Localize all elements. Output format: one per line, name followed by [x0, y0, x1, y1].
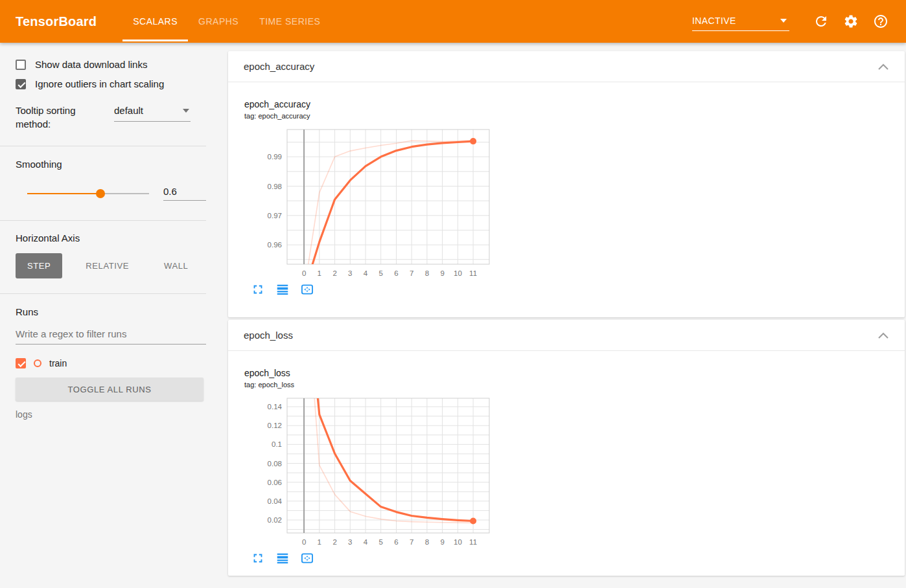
svg-text:9: 9: [440, 269, 444, 277]
refresh-icon[interactable]: [813, 14, 829, 29]
svg-text:0.06: 0.06: [268, 479, 282, 486]
svg-text:8: 8: [425, 269, 429, 277]
chevron-down-icon: [183, 109, 189, 113]
chevron-up-icon[interactable]: [877, 63, 889, 71]
run-train-checkbox[interactable]: [16, 358, 26, 368]
axis-step-button[interactable]: STEP: [16, 253, 62, 278]
smoothing-label: Smoothing: [16, 159, 191, 170]
app-bar: TensorBoard SCALARS GRAPHS TIME SERIES I…: [0, 0, 906, 43]
card-epoch-loss-header[interactable]: epoch_loss: [228, 320, 905, 351]
show-download-links-checkbox[interactable]: [16, 60, 26, 70]
show-download-links-label: Show data download links: [35, 59, 147, 70]
tooltip-sorting-label: Tooltip sorting method:: [16, 104, 113, 131]
svg-text:6: 6: [394, 538, 398, 546]
svg-text:4: 4: [364, 538, 368, 546]
svg-text:7: 7: [410, 269, 413, 277]
runs-label: Runs: [16, 306, 191, 317]
card-title: epoch_loss: [244, 330, 293, 341]
chart-title: epoch_accuracy: [244, 99, 905, 109]
expand-chart-icon[interactable]: [251, 551, 265, 565]
run-row-train: train: [16, 358, 191, 368]
svg-text:0: 0: [302, 269, 306, 277]
axis-wall-button[interactable]: WALL: [152, 253, 200, 278]
chart-tag: tag: epoch_accuracy: [244, 112, 905, 120]
tab-scalars[interactable]: SCALARS: [122, 0, 188, 43]
runs-directory-label: logs: [16, 409, 191, 420]
scalar-chart-epoch-loss[interactable]: 0.020.040.060.080.10.120.140123456789101…: [244, 394, 498, 549]
svg-text:5: 5: [378, 538, 382, 546]
app-logo: TensorBoard: [16, 14, 97, 29]
svg-text:0.96: 0.96: [268, 241, 282, 249]
dashboard-content: epoch_accuracy epoch_accuracy tag: epoch…: [228, 51, 905, 578]
svg-text:0.97: 0.97: [268, 212, 282, 220]
svg-text:8: 8: [425, 538, 429, 546]
reload-status-dropdown[interactable]: INACTIVE: [692, 16, 789, 31]
fit-domain-icon[interactable]: [300, 282, 314, 297]
svg-text:7: 7: [410, 538, 413, 546]
smoothing-slider[interactable]: [27, 193, 149, 194]
horizontal-axis-label: Horizontal Axis: [16, 232, 191, 243]
svg-text:0.12: 0.12: [268, 422, 282, 429]
log-scale-icon[interactable]: [275, 551, 290, 565]
log-scale-icon[interactable]: [275, 282, 290, 297]
settings-sidebar: Show data download links Ignore outliers…: [0, 43, 206, 588]
svg-text:0: 0: [302, 538, 306, 546]
chevron-up-icon[interactable]: [877, 332, 889, 339]
help-icon[interactable]: [873, 14, 889, 29]
settings-gear-icon[interactable]: [843, 14, 859, 29]
ignore-outliers-label: Ignore outliers in chart scaling: [35, 78, 164, 89]
show-download-links-row: Show data download links: [16, 59, 191, 70]
svg-text:0.04: 0.04: [268, 497, 283, 505]
fit-domain-icon[interactable]: [300, 551, 314, 565]
svg-text:1: 1: [318, 538, 321, 546]
axis-relative-button[interactable]: RELATIVE: [74, 253, 141, 278]
svg-text:2: 2: [332, 538, 336, 546]
run-color-ring-icon[interactable]: [34, 359, 41, 367]
tooltip-sorting-dropdown[interactable]: default: [114, 105, 191, 122]
card-epoch-accuracy-header[interactable]: epoch_accuracy: [228, 51, 905, 82]
svg-text:0.98: 0.98: [268, 183, 282, 190]
svg-text:6: 6: [394, 269, 398, 277]
tab-bar: SCALARS GRAPHS TIME SERIES: [122, 0, 331, 43]
svg-text:9: 9: [440, 538, 444, 546]
chart-title: epoch_loss: [244, 368, 905, 378]
svg-text:11: 11: [469, 269, 477, 277]
chevron-down-icon: [780, 19, 787, 23]
svg-text:0.08: 0.08: [268, 460, 282, 468]
svg-text:0.99: 0.99: [268, 153, 282, 161]
svg-text:4: 4: [364, 269, 368, 277]
expand-chart-icon[interactable]: [251, 282, 265, 297]
chart-toolbar: [251, 282, 905, 297]
svg-text:1: 1: [318, 269, 321, 277]
runs-filter-input[interactable]: [16, 328, 206, 345]
smoothing-slider-fill: [27, 193, 100, 194]
svg-text:3: 3: [348, 269, 352, 277]
tab-time-series[interactable]: TIME SERIES: [249, 0, 331, 43]
card-epoch-loss: epoch_loss epoch_loss tag: epoch_loss 0.…: [228, 320, 905, 576]
svg-text:10: 10: [454, 538, 462, 546]
smoothing-slider-thumb[interactable]: [96, 189, 105, 198]
svg-text:11: 11: [469, 538, 477, 546]
reload-status-value: INACTIVE: [692, 16, 736, 26]
chart-toolbar: [251, 551, 905, 565]
svg-text:5: 5: [378, 269, 382, 277]
ignore-outliers-checkbox[interactable]: [16, 79, 26, 89]
svg-text:2: 2: [332, 269, 336, 277]
svg-text:0.14: 0.14: [268, 403, 283, 411]
svg-text:3: 3: [348, 538, 352, 546]
ignore-outliers-row: Ignore outliers in chart scaling: [16, 78, 191, 89]
tooltip-sorting-value: default: [114, 105, 143, 116]
chart-tag: tag: epoch_loss: [244, 381, 905, 389]
svg-text:0.1: 0.1: [272, 440, 282, 448]
svg-text:0.02: 0.02: [268, 516, 282, 524]
toggle-all-runs-button[interactable]: TOGGLE ALL RUNS: [16, 378, 203, 401]
tab-graphs[interactable]: GRAPHS: [188, 0, 249, 43]
run-train-name: train: [49, 358, 67, 368]
scalar-chart-epoch-accuracy[interactable]: 0.960.970.980.9901234567891011: [244, 125, 498, 280]
card-title: epoch_accuracy: [244, 61, 314, 72]
card-epoch-accuracy: epoch_accuracy epoch_accuracy tag: epoch…: [228, 51, 905, 317]
smoothing-value-input[interactable]: [163, 186, 206, 201]
svg-text:10: 10: [454, 269, 462, 277]
